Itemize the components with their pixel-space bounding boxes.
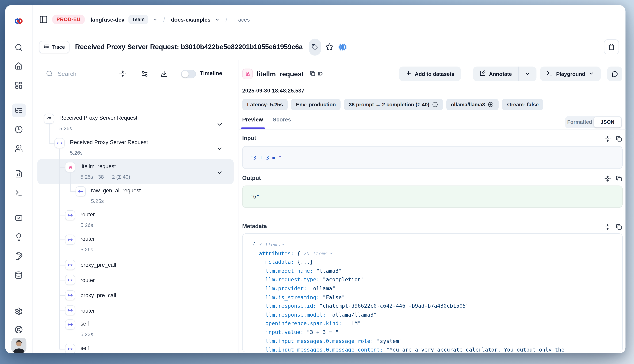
sidebar-icon-insights[interactable]: [5, 230, 32, 244]
tree-row-raw-gen-ai-request[interactable]: raw_gen_ai_request5.25s: [33, 185, 234, 210]
trace-type-badge: Trace: [39, 41, 69, 53]
json-value: "LLM": [345, 320, 361, 326]
collapse-all-icon[interactable]: [119, 70, 126, 79]
json-line: metadata: {...}: [243, 258, 622, 266]
sidebar-icon-prompts[interactable]: [5, 167, 32, 181]
format-option-json[interactable]: JSON: [594, 117, 621, 128]
json-line: llm.provider: "ollama": [243, 284, 622, 293]
tree-row-received-proxy-server-request[interactable]: Received Proxy Server Request5.26s: [33, 113, 234, 137]
tree-row-router[interactable]: router: [33, 273, 234, 288]
badge-stream: stream: false: [502, 99, 543, 110]
sidebar-icon-datasets[interactable]: [5, 268, 32, 282]
badge-ollama-llama3: ollama/llama3: [446, 99, 499, 110]
langfuse-logo: [5, 16, 32, 26]
add-to-datasets-button[interactable]: Add to datasets: [399, 66, 461, 81]
json-line: input.value: "3 + 3 = ": [243, 328, 622, 337]
project-name[interactable]: docs-examples: [171, 16, 211, 23]
timeline-toggle[interactable]: [181, 70, 196, 78]
org-role-badge: Team: [129, 15, 148, 24]
tag-button[interactable]: [309, 38, 321, 56]
chevron-down-icon[interactable]: [216, 169, 223, 178]
view-settings-icon[interactable]: [141, 70, 148, 79]
fold-section-icon[interactable]: [604, 224, 611, 232]
span-duration: 5.25s: [91, 198, 104, 204]
breadcrumb-separator: /: [162, 16, 167, 24]
search-input[interactable]: [58, 68, 111, 80]
sidebar-toggle-icon[interactable]: [39, 15, 48, 24]
json-key: llm.response.model:: [265, 312, 329, 318]
json-key: llm.request.type:: [265, 276, 323, 283]
copy-icon[interactable]: [616, 175, 622, 184]
download-icon[interactable]: [161, 70, 168, 79]
tree-row-router[interactable]: router5.26s: [33, 210, 234, 234]
page-title: Received Proxy Server Request: b3010b422…: [75, 43, 303, 51]
sidebar-icon-home[interactable]: [5, 59, 32, 73]
annotate-button[interactable]: Annotate: [473, 66, 518, 81]
json-line: llm.input_messages.0.message.content: "Y…: [243, 346, 622, 352]
span-name: raw_gen_ai_request: [91, 187, 141, 194]
tree-row-proxy-pre-call[interactable]: proxy_pre_call: [33, 258, 234, 273]
comments-button[interactable]: [607, 66, 622, 81]
json-value: "ollama": [310, 285, 335, 292]
sidebar-icon-search[interactable]: [5, 40, 32, 54]
tree-row-proxy-pre-call[interactable]: proxy_pre_call: [33, 288, 234, 304]
copy-icon[interactable]: [616, 224, 622, 232]
detail-tabs: Preview Scores: [242, 116, 291, 127]
public-globe-icon[interactable]: [338, 42, 348, 52]
chevron-down-icon[interactable]: [216, 121, 223, 130]
user-avatar[interactable]: [12, 338, 27, 353]
copy-icon[interactable]: [616, 136, 622, 144]
observation-detail-panel: litellm_request ID Add to datasets: [239, 60, 625, 353]
json-value: "ollama/llama3": [329, 312, 377, 318]
sidebar-icon-users[interactable]: [5, 142, 32, 156]
json-key: llm.input_messages.0.message.role:: [265, 338, 377, 344]
breadcrumb-separator: /: [224, 16, 229, 24]
sidebar-icon-sessions[interactable]: [5, 122, 32, 136]
tree-row-self[interactable]: self5.23s: [33, 319, 234, 343]
info-icon[interactable]: [432, 102, 438, 108]
chevron-down-icon[interactable]: [152, 17, 158, 22]
sidebar-icon-traces[interactable]: [5, 104, 32, 118]
metadata-json-box: { 3 Itemsattributes: { 20 Itemsmetadata:…: [242, 234, 622, 352]
tree-row-received-proxy-server-request[interactable]: Received Proxy Server Request5.26s: [33, 137, 234, 161]
org-name[interactable]: langfuse-dev: [91, 16, 125, 23]
plus-circle-icon[interactable]: [487, 102, 494, 108]
pen-icon: [480, 70, 486, 78]
chevron-down-icon[interactable]: [216, 145, 223, 154]
json-value: "llama3": [316, 268, 342, 274]
json-collapse-chevron[interactable]: [281, 242, 285, 248]
sidebar-icon-annotation[interactable]: [5, 249, 32, 263]
json-collapse-chevron[interactable]: [329, 250, 333, 256]
breadcrumb-section[interactable]: Traces: [233, 16, 250, 23]
sidebar-icon-settings[interactable]: [5, 304, 32, 318]
star-button[interactable]: [325, 43, 333, 51]
sidebar-icon-dashboard[interactable]: [5, 78, 32, 92]
fold-section-icon[interactable]: [604, 136, 611, 144]
json-key: llm.is_streaming:: [265, 294, 323, 300]
trace-type-label: Trace: [52, 44, 65, 50]
sidebar-icon-playground[interactable]: [5, 186, 32, 200]
list-tree-icon: [43, 43, 49, 50]
tab-preview[interactable]: Preview: [242, 116, 263, 127]
playground-button[interactable]: Playground: [540, 66, 601, 81]
format-option-formatted[interactable]: Formatted: [566, 119, 593, 125]
span-name: router: [81, 308, 95, 314]
tree-row-self[interactable]: self5.23s: [33, 343, 234, 353]
json-items-count[interactable]: 20 Items: [303, 250, 328, 256]
tree-row-router[interactable]: router: [33, 304, 234, 319]
tree-row-litellm-request[interactable]: litellm_request5.25s38 → 2 (Σ 40): [33, 161, 234, 185]
json-key: metadata:: [265, 259, 297, 265]
id-label: ID: [318, 71, 323, 77]
span-icon: [65, 260, 75, 270]
copy-id-button[interactable]: ID: [310, 70, 323, 77]
chevron-down-icon[interactable]: [215, 17, 220, 22]
sidebar-icon-evaluation[interactable]: [5, 211, 32, 225]
main-column: PROD-EU langfuse-dev Team / docs-example…: [33, 5, 625, 353]
delete-button[interactable]: [604, 39, 619, 54]
sidebar-icon-support[interactable]: [5, 323, 32, 336]
tab-scores[interactable]: Scores: [273, 116, 291, 127]
fold-section-icon[interactable]: [604, 175, 611, 184]
json-items-count[interactable]: 3 Items: [259, 242, 280, 248]
annotate-dropdown-button[interactable]: [519, 66, 537, 81]
tree-row-router[interactable]: router5.26s: [33, 234, 234, 258]
